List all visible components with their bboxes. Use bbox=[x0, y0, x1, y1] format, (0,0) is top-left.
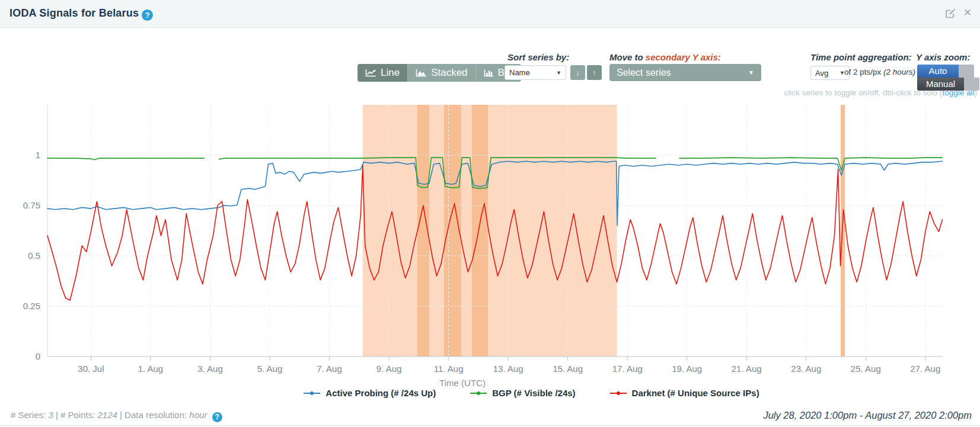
x-tick-label: 30. Jul bbox=[78, 364, 104, 374]
separator: | bbox=[117, 410, 125, 420]
x-tick-label: 15. Aug bbox=[553, 364, 583, 374]
x-axis-title: Time (UTC) bbox=[0, 378, 925, 388]
y-zoom-manual-handle[interactable] bbox=[964, 78, 979, 91]
legend-item-active-probing[interactable]: Active Probing (# /24s Up) bbox=[304, 388, 436, 398]
alert-band bbox=[444, 105, 461, 357]
bgp-line-icon bbox=[470, 393, 487, 394]
y-zoom-auto-handle[interactable] bbox=[959, 65, 974, 78]
date-range: July 28, 2020 1:00pm - August 27, 2020 2… bbox=[763, 410, 972, 421]
alert-band bbox=[472, 105, 488, 357]
alert-band bbox=[841, 105, 845, 357]
x-tick-label: 25. Aug bbox=[851, 364, 881, 374]
resolution-label: Data resolution: bbox=[125, 410, 189, 420]
chart-stats: # Series: 3 | # Points: 2124 | Data reso… bbox=[11, 410, 222, 422]
legend-label-darknet: Darknet (# Unique Source IPs) bbox=[632, 388, 759, 398]
separator: | bbox=[53, 410, 60, 420]
x-tick-label: 9. Aug bbox=[376, 364, 402, 374]
x-tick-label: 21. Aug bbox=[732, 364, 762, 374]
x-tick-label: 13. Aug bbox=[493, 364, 523, 374]
time-series-chart[interactable]: 00.250.50.75130. Jul1. Aug3. Aug5. Aug7.… bbox=[0, 0, 980, 427]
x-tick-label: 11. Aug bbox=[434, 364, 464, 374]
y-zoom-manual-button[interactable]: Manual bbox=[917, 78, 979, 91]
legend-item-bgp[interactable]: BGP (# Visible /24s) bbox=[470, 388, 575, 398]
series-count-label: # Series: bbox=[11, 410, 48, 420]
y-tick-label: 0 bbox=[36, 351, 40, 361]
series-count-value: 3 bbox=[48, 410, 53, 420]
x-tick-label: 5. Aug bbox=[257, 364, 283, 374]
x-tick-label: 3. Aug bbox=[197, 364, 223, 374]
x-tick-label: 17. Aug bbox=[612, 364, 643, 374]
x-tick-label: 1. Aug bbox=[138, 364, 164, 374]
legend-item-darknet[interactable]: Darknet (# Unique Source IPs) bbox=[610, 388, 759, 398]
legend-label-active-probing: Active Probing (# /24s Up) bbox=[325, 388, 436, 398]
x-tick-label: 19. Aug bbox=[672, 364, 702, 374]
x-tick-label: 7. Aug bbox=[317, 364, 342, 374]
resolution-value: hour bbox=[189, 410, 207, 420]
y-tick-label: 0.75 bbox=[23, 200, 40, 210]
y-zoom-auto-label: Auto bbox=[917, 65, 959, 78]
x-tick-label: 23. Aug bbox=[791, 364, 821, 374]
y-tick-label: 1 bbox=[36, 150, 40, 160]
darknet-line-icon bbox=[610, 393, 627, 394]
x-tick-label: 27. Aug bbox=[910, 364, 940, 374]
stats-help-icon[interactable]: ? bbox=[212, 412, 222, 422]
widget-bottom-border bbox=[0, 425, 980, 426]
active-probing-line-icon bbox=[304, 393, 320, 394]
alert-band bbox=[363, 105, 617, 357]
y-tick-label: 0.25 bbox=[23, 301, 40, 311]
y-zoom-auto-button[interactable]: Auto bbox=[917, 65, 979, 78]
y-zoom-manual-label: Manual bbox=[917, 78, 964, 91]
points-count-value: 2124 bbox=[98, 410, 117, 420]
y-tick-label: 0.5 bbox=[28, 251, 40, 261]
points-count-label: # Points: bbox=[60, 410, 98, 420]
ioda-signals-widget: IODA Signals for Belarus ? ✕ Line Stacke… bbox=[0, 0, 980, 427]
y-axis-zoom-toggle: Auto Manual bbox=[917, 65, 979, 91]
chart-legend: Active Probing (# /24s Up) BGP (# Visibl… bbox=[42, 388, 980, 398]
legend-label-bgp: BGP (# Visible /24s) bbox=[492, 388, 575, 398]
